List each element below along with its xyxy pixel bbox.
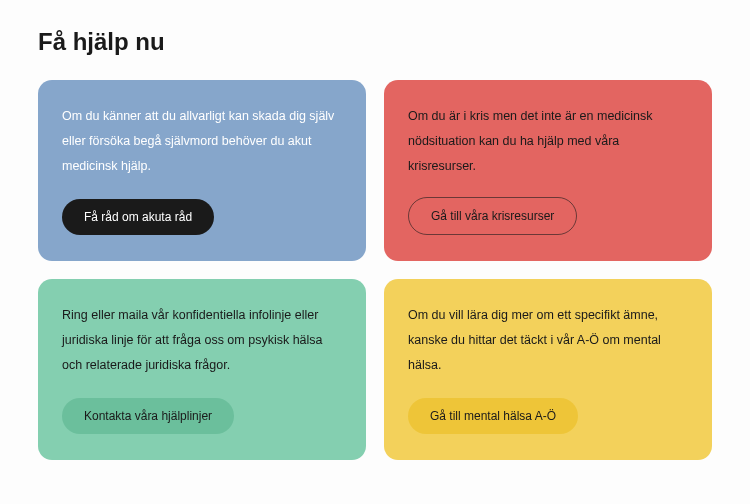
crisis-resources-button[interactable]: Gå till våra krisresurser [408,197,577,235]
card-text: Om du vill lära dig mer om ett specifikt… [408,303,688,378]
card-mental-health-az: Om du vill lära dig mer om ett specifikt… [384,279,712,460]
page-title: Få hjälp nu [38,28,712,56]
cards-grid: Om du känner att du allvarligt kan skada… [38,80,712,460]
card-text: Om du är i kris men det inte är en medic… [408,104,688,179]
card-text: Ring eller maila vår konfidentiella info… [62,303,342,378]
card-emergency: Om du känner att du allvarligt kan skada… [38,80,366,261]
card-text: Om du känner att du allvarligt kan skada… [62,104,342,179]
mental-health-az-button[interactable]: Gå till mental hälsa A-Ö [408,398,578,434]
emergency-advice-button[interactable]: Få råd om akuta råd [62,199,214,235]
card-helplines: Ring eller maila vår konfidentiella info… [38,279,366,460]
card-crisis: Om du är i kris men det inte är en medic… [384,80,712,261]
contact-helplines-button[interactable]: Kontakta våra hjälplinjer [62,398,234,434]
